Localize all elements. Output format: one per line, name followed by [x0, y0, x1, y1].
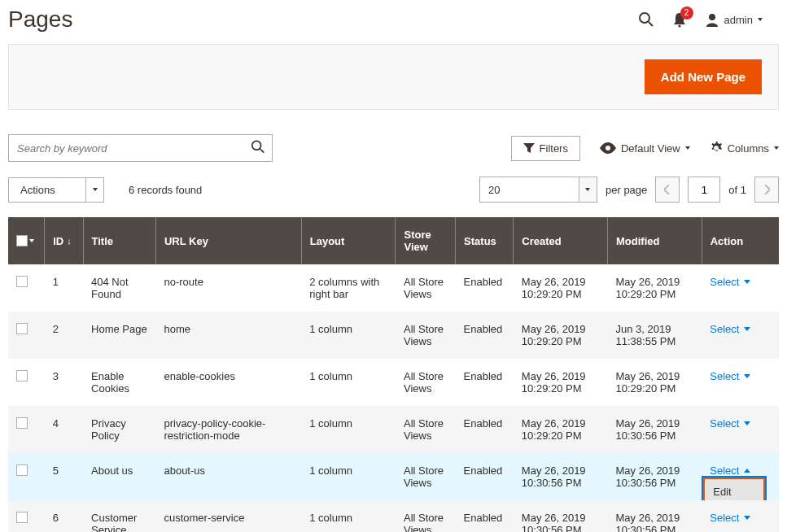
cell-status: Enabled [456, 406, 514, 453]
cell-title: Home Page [83, 312, 155, 359]
select-label: Select [710, 464, 739, 477]
cell-id: 3 [45, 359, 83, 406]
table-row: 2Home Pagehome1 columnAll Store ViewsEna… [8, 312, 779, 359]
cell-store: All Store Views [396, 264, 456, 312]
default-view-dropdown[interactable]: Default View [600, 142, 690, 155]
cell-id: 2 [45, 312, 83, 359]
col-action-header[interactable]: Action [702, 217, 779, 264]
page-size-toggle[interactable] [579, 177, 597, 202]
select-label: Select [710, 370, 739, 382]
filters-label: Filters [540, 142, 568, 155]
search-icon[interactable] [638, 11, 654, 28]
chevron-down-icon [774, 146, 779, 150]
select-all-checkbox[interactable] [16, 235, 36, 246]
sort-desc-icon: ↓ [67, 236, 72, 246]
table-row: 6Customer Servicecustomer-service1 colum… [8, 500, 779, 532]
row-checkbox[interactable] [16, 323, 28, 334]
eye-icon [600, 142, 616, 154]
cell-store: All Store Views [396, 453, 456, 500]
select-label: Select [710, 512, 739, 524]
select-action-link[interactable]: Select [710, 512, 750, 524]
page-size-select[interactable]: 20 [479, 177, 597, 203]
cell-layout: 1 column [301, 359, 396, 406]
cell-modified: Jun 3, 2019 11:38:55 PM [608, 312, 702, 359]
chevron-down-icon [685, 146, 690, 150]
notifications-icon[interactable]: 2 [672, 11, 687, 28]
cell-status: Enabled [456, 500, 514, 532]
select-action-link[interactable]: Select [710, 370, 750, 382]
col-store-header[interactable]: Store View [396, 217, 456, 264]
cell-store: All Store Views [396, 312, 456, 359]
svg-line-5 [260, 149, 265, 153]
actions-toggle[interactable] [86, 177, 104, 203]
cell-status: Enabled [456, 453, 514, 500]
row-checkbox[interactable] [16, 276, 28, 287]
col-created-header[interactable]: Created [514, 217, 608, 264]
svg-line-1 [649, 22, 653, 26]
cell-id: 6 [45, 500, 83, 532]
select-label: Select [710, 276, 739, 288]
cell-status: Enabled [456, 264, 514, 312]
chevron-down-icon [744, 327, 750, 331]
chevron-down-icon [744, 421, 750, 425]
action-bar: Add New Page [8, 44, 779, 110]
cell-store: All Store Views [396, 359, 456, 406]
select-action-link[interactable]: Select [710, 323, 750, 335]
cell-id: 1 [45, 264, 83, 312]
row-checkbox[interactable] [16, 417, 28, 429]
col-title-header[interactable]: Title [83, 217, 155, 264]
cell-action: Select [702, 406, 779, 453]
notification-badge: 2 [680, 7, 693, 20]
page-number-input[interactable] [688, 177, 720, 203]
cell-modified: May 26, 2019 10:29:20 PM [608, 264, 702, 312]
select-action-link[interactable]: Select [710, 276, 750, 288]
cell-url: customer-service [155, 500, 301, 532]
user-name: admin [724, 14, 753, 26]
col-id-header[interactable]: ID↓ [45, 217, 83, 264]
search-box[interactable] [8, 134, 273, 162]
chevron-down-icon [758, 18, 763, 21]
table-row: 4Privacy Policyprivacy-policy-cookie-res… [8, 406, 779, 453]
per-page-label: per page [606, 184, 647, 196]
user-menu[interactable]: admin [705, 12, 763, 27]
cell-url: about-us [155, 453, 301, 500]
col-status-header[interactable]: Status [456, 217, 514, 264]
columns-dropdown[interactable]: Columns [710, 142, 779, 155]
cell-layout: 1 column [301, 500, 396, 532]
chevron-down-icon [744, 516, 750, 520]
filters-button[interactable]: Filters [511, 136, 580, 161]
cell-layout: 1 column [301, 453, 396, 500]
cell-created: May 26, 2019 10:29:20 PM [514, 359, 608, 406]
col-modified-header[interactable]: Modified [608, 217, 702, 264]
svg-point-6 [606, 146, 610, 150]
row-checkbox[interactable] [16, 370, 28, 382]
row-checkbox[interactable] [16, 512, 28, 523]
next-page-button[interactable] [754, 177, 779, 203]
add-new-page-button[interactable]: Add New Page [645, 59, 762, 94]
cell-title: Enable Cookies [83, 359, 155, 406]
cell-modified: May 26, 2019 10:30:56 PM [608, 453, 702, 500]
actions-label: Actions [8, 177, 86, 203]
page-size-value: 20 [480, 184, 579, 196]
svg-point-2 [678, 24, 680, 27]
select-action-link[interactable]: Select [710, 417, 750, 430]
columns-label: Columns [728, 142, 769, 155]
prev-page-button[interactable] [655, 177, 680, 203]
cell-created: May 26, 2019 10:29:20 PM [514, 264, 608, 312]
cell-layout: 2 columns with right bar [301, 264, 396, 312]
search-input[interactable] [9, 135, 272, 161]
cell-url: privacy-policy-cookie-restriction-mode [155, 406, 301, 453]
svg-point-3 [709, 14, 715, 20]
cell-created: May 26, 2019 10:29:20 PM [514, 312, 608, 359]
funnel-icon [523, 143, 535, 153]
cell-status: Enabled [456, 359, 514, 406]
table-row: 1404 Not Foundno-route2 columns with rig… [8, 264, 779, 312]
table-row: 5About usabout-us1 columnAll Store Views… [8, 453, 779, 500]
col-urlkey-header[interactable]: URL Key [155, 217, 301, 264]
select-action-link[interactable]: Select [710, 464, 750, 477]
cell-store: All Store Views [396, 406, 456, 453]
col-layout-header[interactable]: Layout [301, 217, 396, 264]
row-checkbox[interactable] [16, 464, 28, 476]
search-icon[interactable] [251, 140, 265, 157]
actions-dropdown[interactable]: Actions [8, 177, 104, 203]
